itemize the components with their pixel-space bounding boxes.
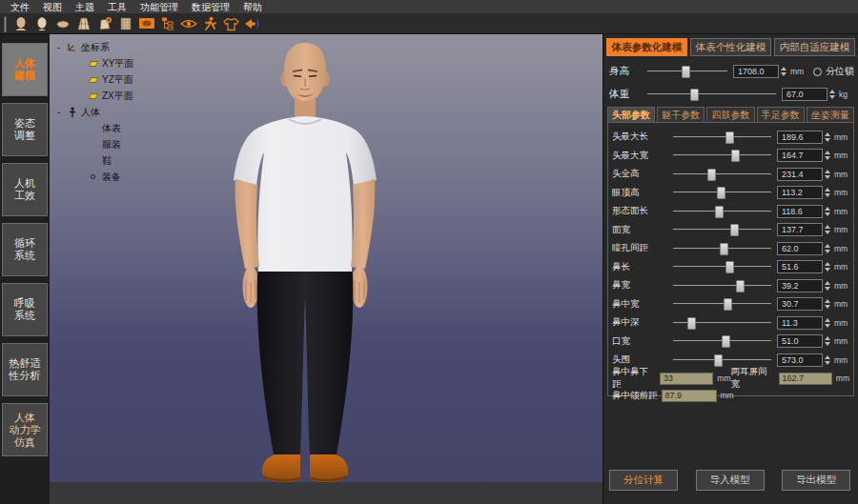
height-slider-handle[interactable]: [682, 66, 690, 78]
measure-field-2-value[interactable]: 87.9: [662, 390, 717, 402]
head-side-icon[interactable]: [31, 15, 52, 33]
tree-toggle-icon[interactable]: -: [57, 42, 66, 52]
menu-item-1[interactable]: 视图: [36, 0, 69, 14]
sub-tab-0[interactable]: 头部参数: [607, 107, 655, 123]
param-9-spin-down[interactable]: [825, 305, 830, 309]
height-spin-down[interactable]: [781, 72, 786, 76]
sidebar-tab-5[interactable]: 热舒适 性分析: [2, 343, 48, 396]
param-6-value-field[interactable]: 62.0: [777, 242, 823, 255]
panel-button-1[interactable]: 导入模型: [696, 470, 765, 491]
param-6-spin-up[interactable]: [825, 244, 830, 248]
measure-field-1-value[interactable]: 162.7: [779, 373, 832, 385]
param-11-value-field[interactable]: 51.0: [777, 334, 823, 348]
param-7-spin-down[interactable]: [825, 268, 830, 272]
param-0-slider-handle[interactable]: [725, 131, 734, 144]
param-8-spin-up[interactable]: [825, 281, 830, 285]
param-3-slider-handle[interactable]: [717, 187, 725, 199]
param-3-spin-down[interactable]: [825, 193, 830, 197]
hierarchy-tree-icon[interactable]: [157, 15, 178, 33]
param-1-spin-up[interactable]: [825, 151, 830, 154]
param-10-slider-handle[interactable]: [687, 317, 696, 330]
sidebar-tab-1[interactable]: 姿态 调整: [2, 103, 48, 156]
menu-item-6[interactable]: 帮助: [236, 0, 269, 14]
param-2-slider-track[interactable]: [673, 173, 771, 175]
menu-item-5[interactable]: 数据管理: [185, 0, 236, 14]
mannequin-head-icon[interactable]: [10, 15, 31, 33]
param-1-slider-handle[interactable]: [731, 150, 740, 162]
param-1-value-field[interactable]: 164.7: [777, 149, 823, 162]
tree-toggle-icon[interactable]: -: [57, 107, 66, 117]
param-5-slider[interactable]: [673, 223, 771, 236]
param-9-spin-up[interactable]: [825, 299, 830, 303]
tree-item-8[interactable]: 装备: [57, 169, 133, 185]
param-10-spin-down[interactable]: [825, 324, 830, 328]
param-2-value-field[interactable]: 231.4: [777, 168, 823, 181]
param-11-spin-down[interactable]: [825, 342, 830, 346]
height-spin-up[interactable]: [781, 67, 786, 71]
running-man-icon[interactable]: [199, 15, 220, 33]
param-2-slider-handle[interactable]: [707, 169, 716, 181]
toolbar-grip[interactable]: [4, 16, 7, 32]
weight-spin-up[interactable]: [829, 90, 835, 93]
sidebar-tab-0[interactable]: 人体 建模: [2, 43, 48, 96]
param-7-slider-handle[interactable]: [725, 261, 734, 273]
menu-item-0[interactable]: 文件: [4, 0, 36, 14]
panel-tab-1[interactable]: 体表个性化建模: [690, 38, 771, 56]
viewport-3d[interactable]: -坐标系XY平面YZ平面ZX平面-人体体表服装鞋装备: [50, 34, 603, 504]
param-6-slider-handle[interactable]: [720, 243, 728, 255]
param-2-spin-up[interactable]: [825, 170, 830, 173]
percentile-lock-radio[interactable]: [813, 68, 822, 76]
param-8-value-field[interactable]: 39.2: [777, 279, 823, 292]
param-4-value-field[interactable]: 118.6: [777, 205, 823, 218]
sidebar-tab-3[interactable]: 循环 系统: [2, 223, 48, 276]
tree-item-1[interactable]: XY平面: [57, 55, 133, 71]
height-value-field[interactable]: 1708.0: [733, 65, 779, 78]
param-0-value-field[interactable]: 189.6: [777, 131, 823, 144]
param-9-slider-handle[interactable]: [724, 298, 732, 311]
cloth-gear-icon[interactable]: [94, 15, 115, 33]
panel-tab-0[interactable]: 体表参数化建模: [606, 38, 687, 56]
param-3-slider[interactable]: [673, 186, 771, 199]
param-1-slider[interactable]: [673, 149, 771, 162]
param-1-slider-track[interactable]: [673, 154, 771, 156]
sidebar-tab-2[interactable]: 人机 工效: [2, 163, 48, 216]
param-8-spin-down[interactable]: [825, 287, 830, 291]
param-9-value-field[interactable]: 30.7: [777, 297, 823, 311]
weight-slider[interactable]: [647, 88, 776, 101]
weight-value-field[interactable]: 67.0: [782, 88, 827, 101]
param-10-value-field[interactable]: 11.3: [777, 316, 823, 330]
param-5-value-field[interactable]: 137.7: [777, 223, 823, 236]
param-7-slider-track[interactable]: [673, 266, 771, 268]
menu-item-2[interactable]: 主题: [69, 0, 101, 14]
param-12-slider[interactable]: [673, 353, 771, 367]
param-4-spin-up[interactable]: [825, 207, 830, 211]
param-9-slider-track[interactable]: [673, 303, 771, 305]
param-8-slider[interactable]: [673, 279, 771, 292]
param-11-slider-handle[interactable]: [722, 335, 730, 348]
param-0-spin-down[interactable]: [825, 138, 830, 142]
param-3-spin-up[interactable]: [825, 188, 830, 192]
param-11-slider[interactable]: [673, 334, 771, 348]
param-7-slider[interactable]: [673, 260, 771, 273]
height-slider[interactable]: [647, 65, 727, 78]
mesh-garment-icon[interactable]: [115, 15, 136, 33]
param-2-spin-down[interactable]: [825, 175, 830, 179]
weight-slider-handle[interactable]: [690, 89, 699, 101]
sidebar-tab-4[interactable]: 呼吸 系统: [2, 283, 48, 336]
param-4-spin-down[interactable]: [825, 212, 830, 216]
param-5-slider-track[interactable]: [673, 229, 771, 231]
tree-item-5[interactable]: 体表: [57, 120, 133, 136]
sub-tab-2[interactable]: 四肢参数: [706, 107, 754, 123]
param-6-slider[interactable]: [673, 242, 771, 255]
tree-item-7[interactable]: 鞋: [57, 152, 133, 169]
weight-spin-down[interactable]: [829, 95, 835, 99]
display-capture-icon[interactable]: [136, 15, 157, 33]
param-5-spin-up[interactable]: [825, 225, 830, 229]
param-0-slider-track[interactable]: [673, 136, 771, 138]
param-10-spin-up[interactable]: [825, 318, 830, 322]
param-8-slider-handle[interactable]: [736, 280, 745, 292]
param-7-value-field[interactable]: 51.6: [777, 260, 823, 273]
param-12-value-field[interactable]: 573.0: [777, 353, 823, 367]
tree-item-6[interactable]: 服装: [57, 136, 133, 152]
param-4-slider[interactable]: [673, 205, 771, 218]
